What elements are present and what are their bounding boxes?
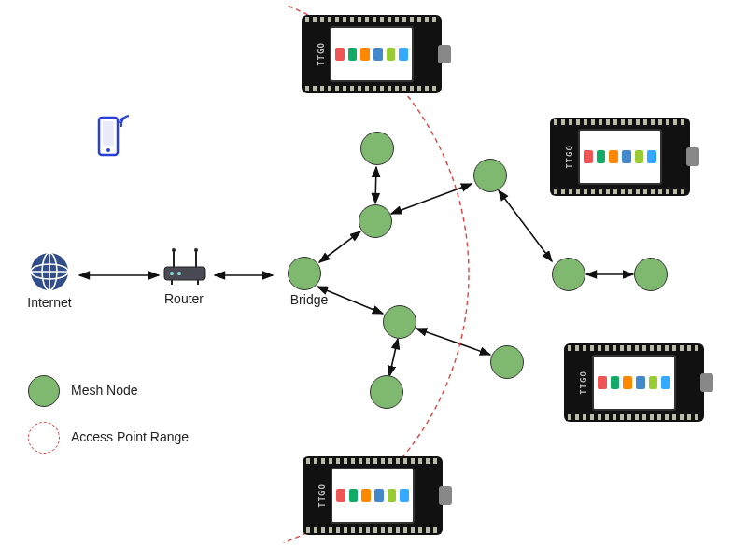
svg-point-24	[194, 248, 198, 252]
ttgo-board: TTGO	[564, 343, 704, 422]
svg-line-4	[391, 184, 472, 214]
globe-icon	[28, 250, 71, 296]
legend-ap-range: Access Point Range	[28, 422, 189, 454]
bridge-label: Bridge	[288, 292, 331, 307]
router-icon	[159, 245, 211, 288]
ttgo-board: TTGO	[303, 456, 443, 535]
ttgo-board: TTGO	[550, 118, 690, 196]
mesh-node	[490, 345, 524, 379]
svg-point-23	[172, 248, 176, 252]
svg-point-20	[177, 272, 181, 275]
internet-label: Internet	[26, 295, 73, 310]
svg-point-12	[106, 148, 110, 152]
mesh-node	[359, 204, 392, 238]
mesh-node	[552, 258, 585, 291]
mesh-node	[473, 159, 507, 192]
ttgo-board: TTGO	[302, 15, 442, 93]
svg-rect-11	[103, 121, 114, 146]
svg-line-9	[499, 190, 552, 261]
mesh-node	[288, 257, 321, 290]
mesh-node	[383, 305, 416, 339]
svg-point-19	[170, 272, 174, 275]
phone-icon	[93, 112, 134, 163]
svg-line-2	[319, 231, 360, 262]
mesh-node	[370, 375, 403, 409]
svg-line-3	[375, 167, 376, 203]
legend-mesh-node-label: Mesh Node	[71, 383, 138, 398]
svg-line-6	[389, 339, 398, 376]
router-label: Router	[163, 291, 204, 306]
mesh-node	[360, 132, 394, 165]
svg-line-7	[416, 329, 490, 355]
legend-mesh-node: Mesh Node	[28, 375, 138, 407]
mesh-node	[634, 258, 668, 291]
legend-ap-range-label: Access Point Range	[71, 429, 189, 444]
